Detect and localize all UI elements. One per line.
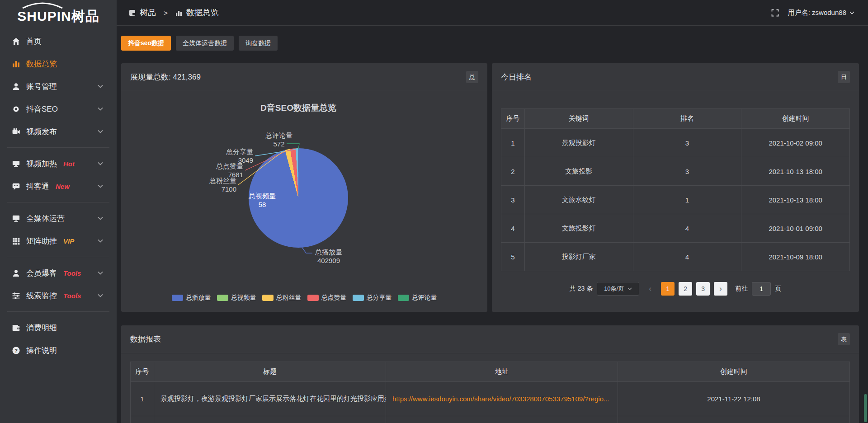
table-toggle-button[interactable]: 表	[838, 333, 850, 345]
total-toggle-button[interactable]: 总	[466, 71, 478, 83]
grid-icon	[12, 237, 20, 245]
video-title-cell: 景观投影灯，夜游景观投影灯厂家展示展示落花灯在花园里的灯光投影应用效果 #	[154, 382, 386, 416]
legend-swatch	[398, 295, 409, 301]
tab-all-media-data[interactable]: 全媒体运营数据	[176, 36, 234, 51]
pie-label-comments: 总评论量572	[256, 131, 302, 148]
sidebar-item-help[interactable]: ? 操作说明	[0, 339, 117, 362]
chevron-down-icon	[849, 11, 854, 14]
user-solid-icon	[12, 269, 20, 277]
sidebar-item-label: 账号管理	[26, 81, 57, 92]
sidebar-item-home[interactable]: 首页	[0, 30, 117, 52]
goto-page-input[interactable]	[752, 282, 771, 296]
dashboard-icon	[129, 9, 136, 16]
pagination-total: 共 23 条	[570, 285, 593, 293]
tab-douyin-seo-data[interactable]: 抖音seo数据	[121, 36, 171, 51]
report-panel-header: 数据报表 表	[121, 325, 859, 353]
ranking-panel-title: 今日排名	[501, 72, 532, 82]
legend-item-comments[interactable]: 总评论量	[398, 294, 437, 302]
sidebar-item-douyin-seo[interactable]: 抖音SEO	[0, 98, 117, 120]
sidebar-item-matrix-boost[interactable]: 矩阵助推 VIP	[0, 230, 117, 252]
table-row: 1 景观投影灯，夜游景观投影灯厂家展示展示落花灯在花园里的灯光投影应用效果 # …	[131, 382, 850, 416]
legend-item-plays[interactable]: 总播放量	[172, 294, 211, 302]
legend-swatch	[172, 295, 183, 301]
legend-item-fans[interactable]: 总粉丝量	[262, 294, 302, 302]
table-header-row: 序号 关键词 排名 创建时间	[501, 109, 850, 129]
sidebar-item-label: 抖音SEO	[26, 104, 58, 114]
chevron-down-icon	[627, 287, 632, 290]
fullscreen-icon[interactable]	[771, 9, 779, 17]
table-row: 5投影灯厂家42021-10-09 18:00	[501, 243, 850, 271]
sidebar-item-douketong[interactable]: 抖客通 New	[0, 175, 117, 197]
video-url-link[interactable]: https://www.iesdouyin.com/share/video/70…	[392, 395, 609, 403]
legend-item-shares[interactable]: 总分享量	[353, 294, 392, 302]
col-created: 创建时间	[741, 109, 850, 129]
brand-logo-text: SHUPIN树品	[0, 7, 117, 26]
menu-divider	[7, 202, 109, 202]
report-panel-title: 数据报表	[130, 334, 161, 344]
sidebar-item-label: 视频加热	[26, 159, 57, 169]
chevron-down-icon	[98, 184, 103, 188]
home-icon	[12, 37, 20, 46]
next-page-button[interactable]: ›	[714, 282, 727, 296]
breadcrumb-current[interactable]: 数据总览	[186, 7, 219, 18]
chevron-down-icon	[98, 162, 103, 165]
pie-label-videos: 总视频量58	[240, 192, 285, 209]
chevron-down-icon	[98, 107, 103, 111]
pagination: 共 23 条 10条/页 ‹ 1 2 3 › 前往 页	[501, 282, 850, 296]
data-report-panel: 数据报表 表 序号 标题 地址 创建时间 1 景观投影灯，夜游景观投影灯厂家展示…	[121, 325, 859, 423]
sidebar-item-all-media[interactable]: 全媒体运营	[0, 207, 117, 230]
sidebar-item-label: 首页	[26, 36, 42, 47]
ranking-table-wrap: 序号 关键词 排名 创建时间 1景观投影灯32021-10-02 09:00 2…	[492, 108, 859, 296]
tv-promote-icon	[12, 160, 20, 168]
svg-text:?: ?	[14, 347, 18, 353]
topbar-right: 用户名: zswodun88	[771, 9, 854, 17]
legend-swatch	[217, 295, 228, 301]
sidebar-item-label: 视频发布	[26, 127, 57, 137]
tab-inquiry-data[interactable]: 询盘数据	[239, 36, 278, 51]
sidebar-item-label: 消费明细	[26, 323, 57, 333]
col-keyword: 关键词	[525, 109, 633, 129]
sidebar-item-spend-detail[interactable]: 消费明细	[0, 316, 117, 339]
sidebar-item-label: 抖客通	[26, 181, 49, 192]
chart-legend: 总播放量 总视频量 总粉丝量 总点赞量 总分享量 总评论量	[121, 294, 487, 302]
page-button-1[interactable]: 1	[661, 282, 675, 296]
page-size-select[interactable]: 10条/页	[597, 282, 639, 296]
page-button-3[interactable]: 3	[696, 282, 710, 296]
sidebar-item-label: 数据总览	[26, 59, 57, 69]
wallet-icon	[12, 324, 20, 332]
impressions-total-label: 展现量总数: 421,369	[130, 72, 201, 82]
menu-divider	[7, 147, 109, 148]
pie-label-fans: 总粉丝量7100	[178, 176, 236, 193]
col-title: 标题	[154, 362, 386, 382]
impressions-chart-panel: 展现量总数: 421,369 总 D音SEO数据量总览 总评论量572 总分享量…	[121, 63, 487, 312]
user-menu[interactable]: 用户名: zswodun88	[788, 9, 854, 17]
menu-divider	[7, 257, 109, 257]
pie-label-plays: 总播放量402909	[299, 248, 358, 265]
chevron-down-icon	[98, 294, 103, 297]
page-scrollbar-thumb[interactable]	[864, 394, 867, 422]
legend-item-likes[interactable]: 总点赞量	[307, 294, 347, 302]
legend-swatch	[353, 295, 364, 301]
breadcrumb-root[interactable]: 树品	[140, 7, 156, 18]
sidebar-item-video-heat[interactable]: 视频加热 Hot	[0, 152, 117, 175]
hot-badge: Hot	[63, 160, 75, 168]
sidebar-item-data-overview[interactable]: 数据总览	[0, 52, 117, 75]
sidebar-item-member-leads[interactable]: 会员爆客 Tools	[0, 262, 117, 284]
legend-item-videos[interactable]: 总视频量	[217, 294, 256, 302]
sidebar-item-video-publish[interactable]: 视频发布	[0, 120, 117, 143]
chevron-down-icon	[98, 130, 103, 133]
chat-bubble-icon	[12, 182, 20, 191]
prev-page-button[interactable]: ‹	[643, 282, 657, 296]
sidebar: SHUPIN树品 首页 数据总览 账号管理 抖音SEO 视频发布 视频	[0, 0, 117, 423]
sidebar-item-lead-monitor[interactable]: 线索监控 Tools	[0, 284, 117, 307]
video-camera-icon	[12, 127, 20, 136]
chevron-down-icon	[98, 239, 103, 243]
col-created: 创建时间	[618, 362, 850, 382]
day-toggle-button[interactable]: 日	[838, 71, 850, 83]
sidebar-item-account[interactable]: 账号管理	[0, 75, 117, 98]
sidebar-menu: 首页 数据总览 账号管理 抖音SEO 视频发布 视频加热 Hot	[0, 29, 117, 362]
sidebar-item-label: 线索监控	[26, 291, 57, 301]
col-index: 序号	[131, 362, 154, 382]
page-button-2[interactable]: 2	[679, 282, 692, 296]
legend-swatch	[307, 295, 319, 301]
